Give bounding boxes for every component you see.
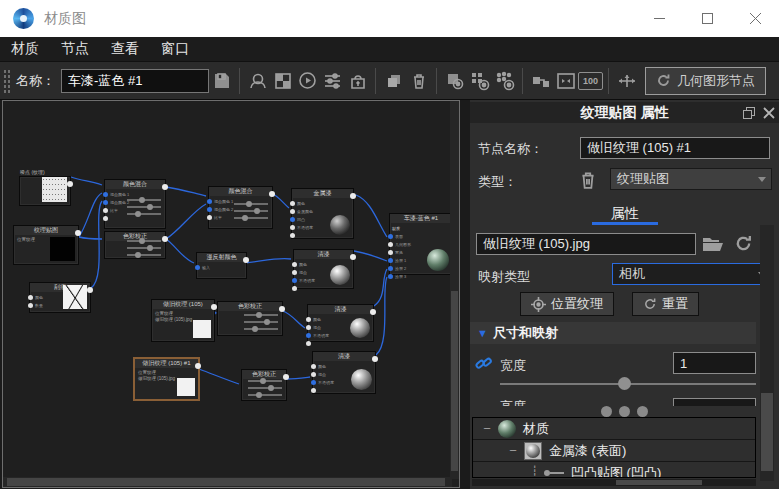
geometry-graph-button[interactable]: 几何图形节点: [645, 67, 766, 95]
graph-node-metal[interactable]: 金属漆颜色金属颜色凹凸不透明度: [291, 188, 354, 239]
menu-view[interactable]: 查看: [100, 37, 150, 61]
graph-node-refl[interactable]: 漫反射颜色输入: [196, 252, 247, 279]
node-pins[interactable]: 混合颜色 1混合颜色 2比率: [207, 197, 233, 221]
reset-button[interactable]: 重置: [632, 292, 699, 316]
section-size-mapping[interactable]: ▼ 尺寸和映射: [470, 322, 756, 344]
node-pins[interactable]: 输入: [195, 263, 210, 271]
node-pins[interactable]: 混合颜色 1混合颜色 2比率: [103, 190, 129, 222]
graph-node-mix2[interactable]: 颜色混合混合颜色 1混合颜色 2比率: [208, 186, 273, 229]
split-node-icon[interactable]: [528, 67, 553, 95]
node-output-pin[interactable]: [75, 230, 81, 236]
align-icon[interactable]: [614, 67, 639, 95]
node-sliders[interactable]: [244, 309, 278, 335]
node-output-pin[interactable]: [67, 181, 73, 187]
delete-icon[interactable]: [406, 67, 431, 95]
graph-node-scratch[interactable]: 刮痕颜色数量: [29, 282, 91, 313]
zoom-100-icon[interactable]: 100: [578, 67, 603, 95]
node-output-pin[interactable]: [162, 236, 168, 242]
reload-texture-icon[interactable]: [734, 234, 753, 257]
position-texture-button[interactable]: 位置纹理: [520, 292, 614, 316]
tree-row-metal-paint[interactable]: − 金属漆 (表面): [473, 440, 755, 462]
canvas-vertical-scrollbar[interactable]: [450, 101, 459, 479]
node-sliders[interactable]: [248, 375, 282, 401]
tab-properties[interactable]: 属性: [470, 205, 779, 223]
menu-window[interactable]: 窗口: [150, 37, 200, 61]
close-button[interactable]: [731, 0, 779, 37]
link-dimensions-icon[interactable]: [475, 355, 492, 372]
graph-node-outnode[interactable]: 车漆-蓝色 #1材质表面几何图形置换涂层 1涂层 2涂层 3: [389, 213, 453, 275]
type-dropdown[interactable]: 纹理贴图: [610, 168, 772, 190]
width-slider[interactable]: [500, 383, 756, 385]
panel-splitter-handle[interactable]: [601, 406, 648, 417]
node-output-pin[interactable]: [87, 287, 93, 293]
node-output-pin[interactable]: [283, 374, 289, 380]
node-pins[interactable]: 颜色混合不透明度: [292, 260, 315, 292]
node-pins[interactable]: 材质表面几何图形置换涂层 1涂层 2涂层 3: [388, 224, 411, 280]
checker-icon[interactable]: [270, 67, 295, 95]
duplicate-icon[interactable]: [381, 67, 406, 95]
node-group-icon[interactable]: [467, 67, 492, 95]
save-icon[interactable]: [209, 67, 234, 95]
node-name-input[interactable]: [580, 137, 770, 159]
texture-file-input[interactable]: [476, 233, 696, 255]
width-input[interactable]: [673, 352, 756, 374]
node-pins[interactable]: 颜色金属颜色凹凸不透明度: [290, 199, 313, 239]
node-canvas[interactable]: 噪点 (纹理)颜色混合混合颜色 1混合颜色 2比率颜色混合混合颜色 1混合颜色 …: [2, 100, 460, 488]
tree-horizontal-scrollbar[interactable]: [472, 479, 756, 486]
collapse-icon[interactable]: −: [481, 421, 493, 436]
graph-node-coat2[interactable]: 清漆颜色混合不透明度: [307, 304, 374, 342]
maximize-button[interactable]: [683, 0, 731, 37]
node-output-pin[interactable]: [269, 191, 275, 197]
mapping-type-dropdown[interactable]: 相机: [612, 263, 772, 285]
material-name-input[interactable]: [61, 69, 209, 93]
node-pins[interactable]: 颜色数量: [28, 293, 43, 309]
node-output-pin[interactable]: [195, 363, 201, 369]
node-output-pin[interactable]: [372, 356, 378, 362]
canvas-horizontal-scrollbar[interactable]: [3, 477, 452, 487]
node-title: 做旧纹理 (105) #1: [135, 359, 198, 368]
graph-node-tex105b[interactable]: 做旧纹理 (105) #1位置纹理做旧纹理 (105).jpg: [134, 358, 199, 400]
material-preview-icon[interactable]: [245, 67, 270, 95]
node-pins[interactable]: 颜色混合不透明度: [306, 315, 329, 347]
graph-node-black[interactable]: 纹理贴图位置纹理: [13, 225, 79, 265]
toolbar-grip[interactable]: [2, 68, 10, 94]
height-input[interactable]: [673, 398, 756, 406]
node-add-icon[interactable]: [442, 67, 467, 95]
panel-close-icon[interactable]: [759, 107, 779, 119]
menu-material[interactable]: 材质: [0, 37, 50, 61]
node-pins[interactable]: 颜色混合不透明度: [311, 362, 334, 394]
sliders-icon[interactable]: [320, 67, 345, 95]
panel-scrollbar[interactable]: [760, 225, 774, 481]
node-output-pin[interactable]: [350, 193, 356, 199]
graph-node-noise[interactable]: 噪点 (纹理): [19, 176, 71, 206]
graph-node-mix1[interactable]: 颜色混合混合颜色 1混合颜色 2比率: [104, 179, 166, 229]
node-sliders[interactable]: [234, 198, 268, 224]
width-slider-handle[interactable]: [618, 377, 631, 390]
graph-node-cc1[interactable]: 色彩校正: [104, 231, 166, 259]
node-sliders[interactable]: [127, 235, 161, 261]
tree-row-bump-map[interactable]: ┊ 凹凸贴图 (凹凸): [473, 462, 755, 478]
menu-node[interactable]: 节点: [50, 37, 100, 61]
node-sliders[interactable]: [127, 194, 161, 220]
graph-node-coat1[interactable]: 清漆颜色混合不透明度: [293, 249, 354, 289]
collapse-icon[interactable]: −: [507, 443, 519, 458]
graph-node-coat3[interactable]: 清漆颜色混合不透明度: [312, 351, 376, 394]
popout-icon[interactable]: [739, 107, 759, 119]
target-icon: [531, 297, 546, 312]
graph-node-cc2[interactable]: 色彩校正: [217, 301, 283, 336]
minimize-button[interactable]: [635, 0, 683, 37]
graph-node-tex105a[interactable]: 做旧纹理 (105)位置纹理做旧纹理 (105).jpg: [151, 299, 215, 342]
tree-row-material[interactable]: − 材质: [473, 418, 755, 440]
graph-node-cc3[interactable]: 色彩校正: [241, 369, 287, 401]
pack-icon[interactable]: [345, 67, 370, 95]
render-icon[interactable]: [295, 67, 320, 95]
delete-node-icon[interactable]: [578, 169, 598, 195]
open-folder-icon[interactable]: [702, 235, 724, 257]
node-output-pin[interactable]: [370, 309, 376, 315]
fit-view-icon[interactable]: [553, 67, 578, 95]
node-output-pin[interactable]: [162, 184, 168, 190]
node-output-pin[interactable]: [350, 254, 356, 260]
node-output-pin[interactable]: [243, 257, 249, 263]
node-scatter-icon[interactable]: [492, 67, 517, 95]
node-output-pin[interactable]: [279, 306, 285, 312]
